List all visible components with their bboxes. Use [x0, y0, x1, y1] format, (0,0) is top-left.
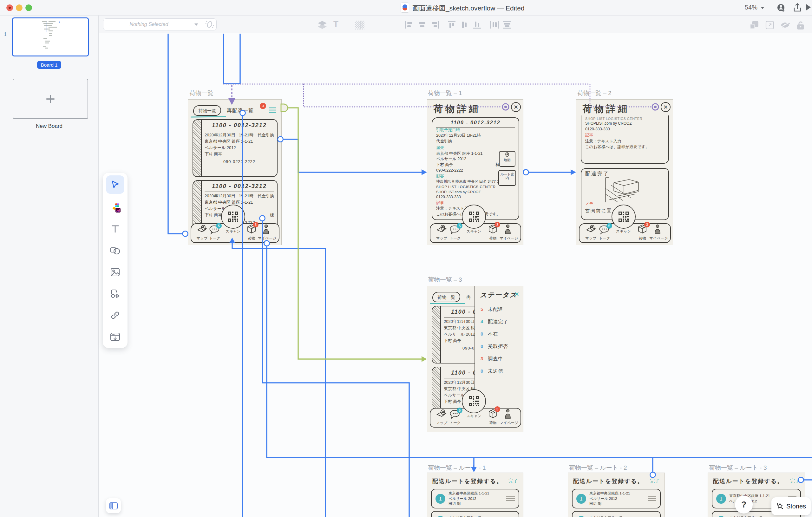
close-icon[interactable]: ✕ — [514, 290, 519, 298]
route-guide-button[interactable]: ルート案内 — [498, 170, 516, 186]
tabbar-item[interactable]: マップ — [584, 225, 598, 241]
status-item[interactable]: 5 未配達 — [481, 307, 503, 312]
tabbar-item[interactable]: マップ — [435, 409, 448, 425]
distribute-horizontal-icon[interactable] — [490, 21, 499, 29]
tabbar-item[interactable]: 5トーク — [598, 225, 611, 241]
image-tool[interactable] — [106, 263, 124, 281]
align-top-icon[interactable] — [447, 21, 457, 29]
board-name-badge[interactable]: Board 1 — [0, 61, 98, 69]
status-item[interactable]: 0 受取拒否 — [481, 344, 508, 349]
tab-bar[interactable]: マップ5トークスキャン3荷物マイページ — [430, 408, 521, 428]
selection-field[interactable]: Nothing Selected — [103, 19, 216, 30]
route-stop-row[interactable]: 1東京都中央区銀座 1-1-21ベルサール 2012田辺 剛 — [431, 489, 519, 509]
tab-redelivery-list[interactable]: 再配達一覧 — [227, 108, 254, 114]
route-stop-row[interactable]: 1東京都中央区銀座 1-1-21ベルサール 2012田辺 剛 — [572, 489, 661, 509]
unlink-icon[interactable] — [203, 19, 216, 30]
board-thumbnail[interactable] — [12, 18, 89, 56]
done-button[interactable]: 完了 — [650, 478, 660, 484]
import-design-tool[interactable]: Xd — [106, 198, 124, 217]
tabbar-item[interactable]: マップ — [196, 225, 208, 241]
add-collaborator-icon[interactable] — [777, 3, 786, 13]
screen-route2[interactable]: 配送ルートを登録する。 完了 1東京都中央区銀座 1-1-21ベルサール 201… — [568, 472, 665, 517]
close-icon[interactable]: ✕ — [511, 102, 521, 112]
close-button[interactable] — [6, 4, 13, 11]
layers-icon[interactable] — [318, 21, 327, 29]
done-button[interactable]: 完了 — [790, 478, 800, 484]
text-style-icon[interactable]: T — [334, 19, 339, 29]
screen-label-detail2: 荷物一覧 – 2 — [577, 89, 612, 97]
screen-list[interactable]: 荷物一覧 再配達一覧 3 1100 - 0012-32122020年12月30日… — [188, 99, 282, 245]
align-right-icon[interactable] — [430, 21, 439, 29]
play-icon[interactable] — [805, 3, 811, 12]
package-box-icon — [487, 230, 499, 235]
route-stop-row[interactable]: 2東京都足立区竹ノ塚 1-6-7竹山ハイツ 301 — [572, 511, 661, 517]
title-bar: 画面遷移図_sketch.overflow — Edited 54% — [0, 0, 812, 16]
screen-route1[interactable]: 配送ルートを登録する。 完了 1東京都中央区銀座 1-1-21ベルサール 201… — [427, 472, 523, 517]
tabbar-item[interactable]: スキャン — [462, 396, 486, 425]
tab-bar[interactable]: マップ5トークスキャン3荷物マイページ — [579, 223, 671, 243]
tabbar-item[interactable]: マイページ — [258, 224, 274, 241]
tabbar-item[interactable]: マップ — [435, 225, 448, 241]
help-button[interactable]: ? — [735, 496, 753, 514]
new-board-button[interactable]: + — [13, 79, 88, 119]
tab-bar[interactable]: マップ5トークスキャン3荷物マイページ — [191, 223, 280, 243]
status-item[interactable]: 0 不在 — [481, 331, 498, 337]
align-left-icon[interactable] — [405, 21, 414, 29]
parcel-card[interactable]: 1100 - 0012-32122020年12月30日 19-21時代金引換東京… — [193, 119, 278, 177]
drag-handle-icon[interactable] — [506, 495, 515, 502]
zoom-level-dropdown[interactable]: 54% — [745, 4, 764, 11]
minimize-button[interactable] — [16, 4, 23, 11]
parcel-id: 1100 - 0012-3212 — [436, 119, 515, 127]
toggle-sidebar-button[interactable] — [106, 498, 121, 513]
tabbar-item[interactable]: 3荷物 — [486, 224, 499, 241]
tab-parcel-list[interactable]: 荷物一覧 — [193, 105, 221, 116]
route-stop-row[interactable]: 2東京都足立区竹ノ塚 1-6-7竹山ハイツ 301 — [431, 511, 519, 517]
export-tool[interactable] — [106, 328, 124, 346]
zoom-button[interactable] — [25, 4, 32, 11]
status-item[interactable]: 3 調査中 — [481, 356, 503, 362]
stories-button[interactable]: Stories — [772, 497, 811, 515]
align-middle-vertical-icon[interactable] — [460, 21, 469, 29]
map-button[interactable]: 地図 — [499, 151, 516, 167]
tabbar-item[interactable]: 3荷物 — [245, 224, 258, 241]
tabbar-item[interactable]: 5トーク — [448, 225, 462, 241]
tabbar-item[interactable]: 5トーク — [448, 409, 462, 425]
text-tool[interactable] — [106, 220, 124, 238]
close-icon[interactable]: ✕ — [661, 102, 670, 112]
align-center-horizontal-icon[interactable] — [418, 21, 427, 29]
tabbar-item[interactable]: スキャン — [612, 211, 636, 241]
unlock-icon[interactable] — [796, 21, 805, 30]
tabbar-item[interactable]: マイページ — [499, 409, 516, 425]
done-button[interactable]: 完了 — [509, 478, 518, 484]
tabbar-item[interactable]: マイページ — [649, 224, 666, 241]
status-item[interactable]: 0 未送信 — [481, 368, 503, 374]
link-tool[interactable] — [106, 306, 124, 324]
cursor-tool[interactable] — [106, 175, 124, 194]
hide-icon[interactable] — [780, 21, 790, 29]
tabbar-item[interactable]: 5トーク — [208, 225, 221, 241]
connector-tool[interactable] — [106, 285, 124, 303]
stop-address1: 東京都中央区銀座 1-1-21 — [589, 491, 648, 496]
tabbar-item[interactable]: 3荷物 — [636, 224, 649, 241]
hamburger-menu-icon[interactable] — [269, 107, 276, 114]
parcel-name: 下村 商亭 — [444, 338, 462, 344]
resize-icon[interactable] — [765, 21, 774, 29]
tabbar-item[interactable]: 3荷物 — [486, 408, 499, 425]
tab-bar[interactable]: マップ5トークスキャン3荷物マイページ — [430, 223, 521, 243]
tabbar-item[interactable]: マイページ — [499, 224, 516, 241]
tabbar-item[interactable]: スキャン — [462, 211, 486, 241]
screen-status[interactable]: 荷物一覧 再 1100 - 0012-32122020年12月30日 19-21… — [427, 286, 523, 432]
duplicate-icon[interactable] — [750, 21, 759, 29]
align-bottom-icon[interactable] — [473, 21, 482, 29]
map-pin-icon — [435, 230, 448, 235]
screen-detail1[interactable]: 荷物詳細 ✕ 1100 - 0012-3212 引取予定日時 2020年12月3… — [427, 99, 523, 245]
drag-handle-icon[interactable] — [648, 495, 656, 502]
tabbar-item[interactable]: スキャン — [221, 211, 245, 241]
pattern-icon[interactable] — [355, 21, 365, 29]
route-title: 配送ルートを登録する。 — [432, 477, 503, 485]
shape-tool[interactable] — [106, 241, 124, 260]
distribute-vertical-icon[interactable] — [503, 21, 512, 29]
screen-detail2[interactable]: 荷物詳細 ✕ SHOP LIST LOGISTICS CENTER SHOPLI… — [576, 99, 673, 245]
share-icon[interactable] — [793, 3, 802, 13]
status-item[interactable]: 4 配達完了 — [481, 319, 508, 325]
